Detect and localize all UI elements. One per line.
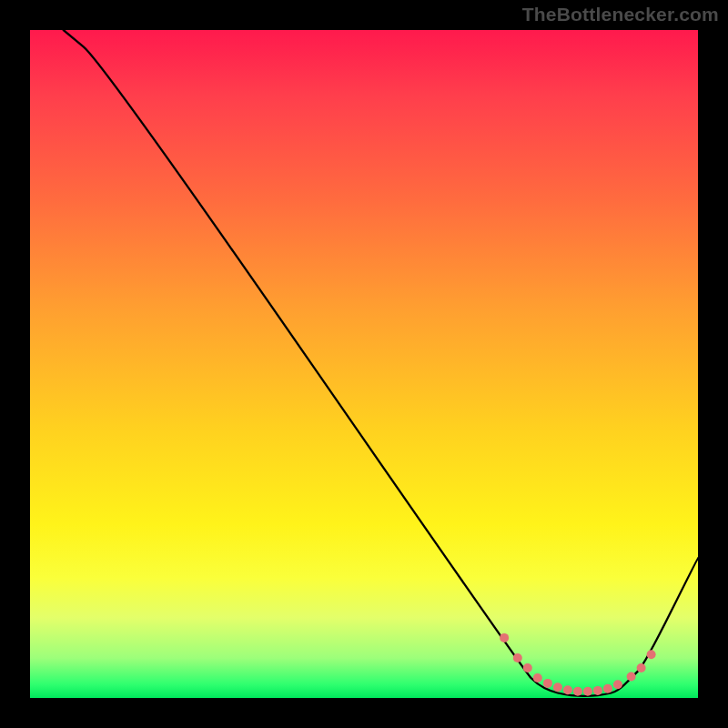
highlight-dot — [553, 682, 562, 692]
highlight-dot — [647, 650, 656, 659]
highlight-dot — [573, 687, 582, 696]
highlight-dot — [533, 673, 542, 682]
chart-frame: TheBottlenecker.com — [0, 0, 728, 728]
highlight-dot — [637, 663, 646, 672]
highlight-dots — [500, 633, 656, 696]
highlight-dot — [513, 653, 522, 662]
highlight-dot — [563, 685, 572, 694]
highlight-dot — [627, 672, 636, 682]
highlight-dot — [583, 687, 592, 696]
chart-overlay — [30, 30, 698, 698]
highlight-dot — [543, 679, 552, 688]
highlight-dot — [593, 686, 602, 695]
highlight-dot — [603, 684, 612, 693]
highlight-dot — [500, 633, 509, 642]
highlight-dot — [613, 680, 622, 689]
highlight-dot — [523, 663, 532, 672]
bottleneck-curve — [64, 30, 698, 696]
watermark-label: TheBottlenecker.com — [522, 4, 719, 25]
